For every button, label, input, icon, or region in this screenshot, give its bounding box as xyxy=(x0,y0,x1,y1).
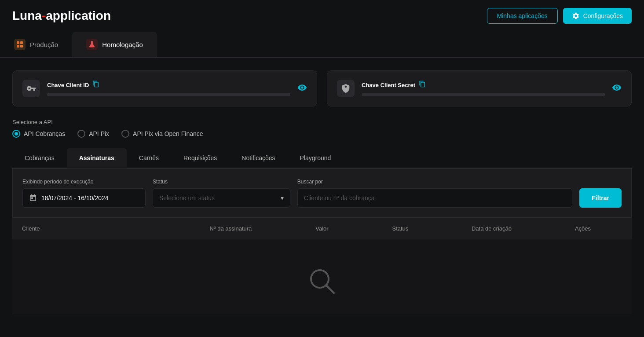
search-input[interactable] xyxy=(304,194,566,201)
shield-key-icon-wrap xyxy=(337,80,355,97)
status-placeholder: Selecione um status xyxy=(159,194,215,201)
tab-carnes[interactable]: Carnês xyxy=(127,148,171,168)
status-select[interactable]: Selecione um status ▾ xyxy=(153,188,290,208)
radio-cobranças-label: API Cobranças xyxy=(24,130,65,137)
flask-icon xyxy=(86,39,98,50)
api-selector-label: Selecione a API xyxy=(12,119,632,125)
filter-button[interactable]: Filtrar xyxy=(579,188,622,208)
filter-search: Buscar por xyxy=(297,179,573,208)
period-input-wrap[interactable]: 18/07/2024 - 16/10/2024 xyxy=(22,188,146,208)
filter-section: Exibindo período de execução 18/07/2024 … xyxy=(12,168,632,218)
tab-assinaturas[interactable]: Assinaturas xyxy=(67,148,127,168)
svg-rect-3 xyxy=(20,45,23,48)
chevron-down-icon: ▾ xyxy=(281,194,284,201)
api-selector: Selecione a API API Cobranças API Pix AP… xyxy=(12,119,632,138)
config-label: Configurações xyxy=(583,12,623,19)
tab-homologacao-label: Homologação xyxy=(102,41,143,48)
section-tabs: Cobranças Assinaturas Carnês Requisições… xyxy=(12,148,632,168)
cred-client-id-body: Chave Client ID xyxy=(47,81,290,96)
main-content: Chave Client ID Chave Client Sec xyxy=(0,58,644,314)
svg-line-5 xyxy=(326,286,334,293)
cred-client-id-label: Chave Client ID xyxy=(47,81,290,89)
radio-pix-label: API Pix xyxy=(89,130,109,137)
header: Luna-application Minhas aplicações Confi… xyxy=(0,0,644,32)
search-input-wrap[interactable] xyxy=(297,188,573,208)
eye-client-id-icon[interactable] xyxy=(297,83,307,95)
tab-playground[interactable]: Playground xyxy=(288,148,344,168)
svg-rect-1 xyxy=(20,41,23,44)
gear-icon xyxy=(572,12,580,20)
cred-client-id-value xyxy=(47,93,290,96)
col-acoes: Ações xyxy=(544,225,622,232)
filter-row: Exibindo período de execução 18/07/2024 … xyxy=(22,179,622,208)
filter-status: Status Selecione um status ▾ xyxy=(153,179,290,208)
tab-cobranças[interactable]: Cobranças xyxy=(12,148,67,168)
my-apps-button[interactable]: Minhas aplicações xyxy=(487,8,558,24)
search-label: Buscar por xyxy=(297,179,573,185)
status-label: Status xyxy=(153,179,290,185)
radio-pix[interactable]: API Pix xyxy=(77,130,109,138)
app-title: Luna-application xyxy=(12,9,111,23)
key-icon xyxy=(26,84,36,93)
table-header: Cliente Nº da assinatura Valor Status Da… xyxy=(12,218,632,239)
header-actions: Minhas aplicações Configurações xyxy=(487,8,632,24)
api-radio-group: API Cobranças API Pix API Pix via Open F… xyxy=(12,130,632,138)
credential-client-id: Chave Client ID xyxy=(12,70,317,106)
credential-client-secret: Chave Client Secret xyxy=(327,70,632,106)
tab-producao-label: Produção xyxy=(30,41,58,48)
radio-pix-of-label: API Pix via Open Finance xyxy=(133,130,203,137)
svg-rect-0 xyxy=(17,41,19,44)
grid-icon xyxy=(14,39,26,50)
tab-notificacoes[interactable]: Notificações xyxy=(229,148,287,168)
col-status: Status xyxy=(361,225,439,232)
cred-client-secret-label: Chave Client Secret xyxy=(362,81,605,89)
col-valor: Valor xyxy=(283,225,361,232)
tab-homologacao[interactable]: Homologação xyxy=(72,32,157,57)
filter-period: Exibindo período de execução 18/07/2024 … xyxy=(22,179,146,208)
col-data-criacao: Data de criação xyxy=(439,225,544,232)
copy-client-secret-icon[interactable] xyxy=(419,81,426,89)
shield-key-icon xyxy=(341,84,351,93)
cred-client-secret-value xyxy=(362,93,605,96)
empty-state xyxy=(12,239,632,314)
svg-rect-2 xyxy=(17,45,19,48)
col-num-assinatura: Nº da assinatura xyxy=(179,225,283,232)
cred-client-secret-body: Chave Client Secret xyxy=(362,81,605,96)
config-button[interactable]: Configurações xyxy=(563,8,632,24)
radio-pix-circle xyxy=(77,130,85,138)
tab-producao[interactable]: Produção xyxy=(0,32,72,57)
tab-requisicoes[interactable]: Requisições xyxy=(171,148,229,168)
radio-pix-of-circle xyxy=(121,130,129,138)
credentials-row: Chave Client ID Chave Client Sec xyxy=(12,70,632,106)
col-cliente: Cliente xyxy=(22,225,179,232)
title-accent: - xyxy=(42,9,46,22)
copy-client-id-icon[interactable] xyxy=(92,81,99,89)
key-icon-wrap xyxy=(22,80,40,97)
environment-tabs: Produção Homologação xyxy=(0,32,644,58)
radio-pix-open-finance[interactable]: API Pix via Open Finance xyxy=(121,130,203,138)
empty-search-icon xyxy=(307,266,337,297)
calendar-icon xyxy=(29,194,37,202)
radio-cobranças-circle xyxy=(12,130,20,138)
period-value: 18/07/2024 - 16/10/2024 xyxy=(41,194,109,201)
radio-cobranças[interactable]: API Cobranças xyxy=(12,130,65,138)
period-label: Exibindo período de execução xyxy=(22,179,146,185)
eye-client-secret-icon[interactable] xyxy=(612,83,622,95)
